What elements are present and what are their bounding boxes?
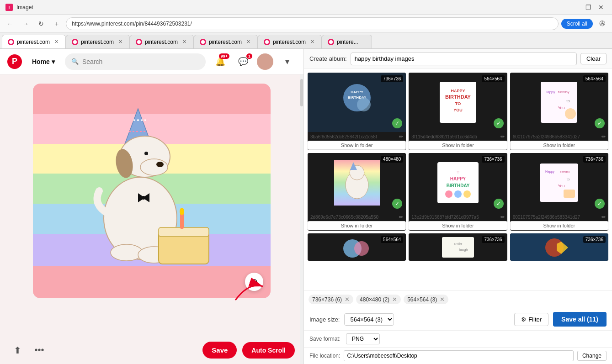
edit-icon[interactable]: ✏ [399, 134, 403, 140]
tab-label-2: pinterest.com [81, 39, 114, 45]
show-in-folder-button[interactable]: Show in folder [308, 221, 406, 230]
home-button[interactable]: Home ▾ [27, 55, 59, 68]
list-item: Happy birthday to You 564×564 ✓ 60010797… [510, 73, 608, 150]
pinterest-content: ⊙ [0, 74, 303, 364]
image-check-icon: ✓ [595, 118, 605, 128]
scroll-thumb[interactable] [300, 79, 303, 106]
edit-icon[interactable]: ✏ [601, 214, 606, 220]
image-preview-3: Happy birthday to You 564×564 ✓ [510, 73, 608, 132]
auto-scroll-button[interactable]: Auto Scroll [242, 342, 295, 359]
edit-icon[interactable]: ✏ [500, 214, 505, 220]
filter-chip-1[interactable]: 736×736 (6) ✕ [309, 295, 353, 304]
svg-point-44 [463, 190, 471, 198]
tab-3[interactable]: pinterest.com ✕ [130, 35, 194, 48]
pin-image-container: ⊙ [0, 74, 303, 364]
svg-point-22 [357, 98, 371, 111]
show-in-folder-button[interactable]: Show in folder [409, 221, 507, 230]
more-options-button[interactable]: ▾ [278, 53, 296, 71]
search-input[interactable] [82, 58, 199, 65]
show-in-folder-button[interactable]: Show in folder [510, 141, 608, 150]
refresh-button[interactable]: ↻ [35, 17, 48, 30]
scroll-indicator [300, 74, 303, 364]
bottom-controls: Image size: 564×564 (3) 736×736 (6) 480×… [304, 308, 612, 330]
filter-chip-3[interactable]: 564×564 (3) ✕ [404, 295, 448, 304]
clear-button[interactable]: Clear [580, 53, 607, 64]
chip-remove-3[interactable]: ✕ [440, 296, 445, 303]
more-button[interactable]: ••• [31, 342, 48, 359]
scan-button[interactable]: ⊙ [245, 273, 263, 291]
user-avatar[interactable] [257, 53, 273, 70]
titlebar-left: I Imaget [5, 4, 33, 11]
back-button[interactable]: ← [4, 17, 16, 30]
minimize-button[interactable]: — [570, 2, 581, 13]
address-bar[interactable] [66, 17, 559, 30]
change-location-button[interactable]: Change [577, 351, 607, 361]
show-in-folder-button[interactable]: Show in folder [409, 141, 507, 150]
album-bar: Create album: Clear [304, 49, 612, 69]
image-hash: 600107975a2f24936b583341d27 [513, 134, 600, 139]
upload-button[interactable]: ⬆ [9, 342, 26, 359]
save-pin-button[interactable]: Save [202, 342, 237, 359]
svg-point-7 [144, 152, 148, 155]
album-input[interactable] [351, 53, 577, 65]
image-size-label: Image size: [309, 316, 340, 323]
list-item: 564×564 [308, 233, 406, 261]
chip-label-2: 480×480 (2) [360, 296, 389, 303]
image-check-icon: ✓ [494, 199, 504, 209]
nav-icons: 🔔 99+ 💬 1 ▾ [211, 53, 296, 71]
new-tab-button[interactable]: + [50, 17, 63, 30]
tab-4[interactable]: pinterest.com ✕ [194, 35, 258, 48]
pinterest-logo[interactable]: P [7, 54, 22, 69]
search-bar[interactable]: 🔍 [65, 53, 206, 70]
chip-remove-1[interactable]: ✕ [345, 296, 350, 303]
list-item: HAPPY BIRTHDAY TO YOU 564×564 ✓ 3f115d4e… [409, 73, 507, 150]
svg-point-18 [142, 196, 145, 200]
edit-icon[interactable]: ✏ [500, 134, 505, 140]
list-item: Happy birthday to You 736×736 ✓ 60010797… [510, 153, 608, 231]
tab-bar: pinterest.com ✕ pinterest.com ✕ pinteres… [0, 33, 612, 49]
pin-bottom-bar: ⬆ ••• Save Auto Scroll [0, 336, 304, 364]
svg-rect-50 [564, 190, 575, 198]
filter-button[interactable]: ⚙ Filter [514, 313, 548, 326]
tab-close-5[interactable]: ✕ [309, 38, 316, 46]
tab-6[interactable]: pintere... [322, 35, 372, 48]
messages-button[interactable]: 💬 1 [234, 53, 252, 71]
show-in-folder-button[interactable]: Show in folder [308, 141, 406, 150]
edit-icon[interactable]: ✏ [601, 134, 606, 140]
image-size-select[interactable]: 564×564 (3) 736×736 (6) 480×480 (2) [344, 313, 394, 326]
filter-chip-2[interactable]: 480×480 (2) ✕ [356, 295, 401, 304]
tab-close-2[interactable]: ✕ [117, 38, 124, 46]
edit-icon[interactable]: ✏ [399, 214, 403, 220]
forward-button[interactable]: → [19, 17, 32, 30]
svg-rect-13 [159, 227, 209, 237]
location-input[interactable] [344, 350, 574, 361]
pinterest-nav: P Home ▾ 🔍 🔔 99+ 💬 1 ▾ [0, 49, 303, 74]
restore-button[interactable]: ❐ [583, 2, 594, 13]
image-check-icon: ✓ [595, 199, 605, 209]
chip-remove-2[interactable]: ✕ [392, 296, 397, 303]
tab-1[interactable]: pinterest.com ✕ [2, 35, 66, 48]
svg-text:TO: TO [455, 101, 461, 106]
tab-2[interactable]: pinterest.com ✕ [66, 35, 130, 48]
tab-close-1[interactable]: ✕ [53, 38, 60, 46]
scroll-all-button[interactable]: Scroll all [561, 19, 593, 29]
image-preview-5: ♡ HAPPY BIRTHDAY 736×736 ✓ [409, 153, 507, 212]
show-in-folder-button[interactable]: Show in folder [510, 221, 608, 230]
format-select[interactable]: PNG JPG WEBP [346, 333, 380, 344]
location-label: File location: [309, 353, 340, 359]
close-button[interactable]: ✕ [596, 2, 607, 13]
tab-5[interactable]: pinterest.com ✕ [258, 35, 322, 48]
tab-favicon-6 [328, 39, 334, 45]
image-size-badge: 736×736 [583, 156, 606, 163]
image-check-icon: ✓ [494, 118, 504, 128]
svg-point-52 [354, 241, 369, 256]
tab-close-4[interactable]: ✕ [245, 38, 252, 46]
tab-close-3[interactable]: ✕ [181, 38, 188, 46]
pinterest-panel: P Home ▾ 🔍 🔔 99+ 💬 1 ▾ [0, 49, 304, 364]
svg-text:You: You [558, 184, 565, 188]
svg-point-15 [180, 208, 184, 215]
notifications-button[interactable]: 🔔 99+ [211, 53, 229, 71]
titlebar: I Imaget — ❐ ✕ [0, 0, 612, 15]
bookmark-button[interactable]: ✇ [596, 17, 608, 30]
save-all-button[interactable]: Save all (11) [553, 312, 607, 327]
